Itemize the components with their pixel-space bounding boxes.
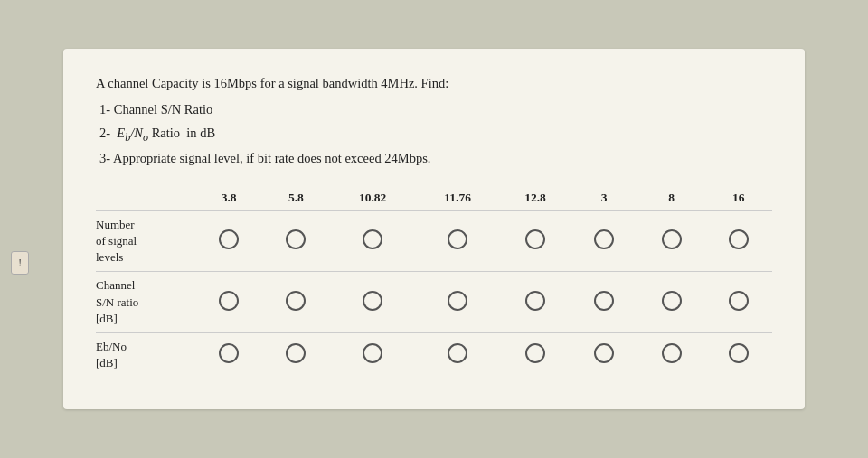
item-1: 1- Channel S/N Ratio xyxy=(96,100,772,120)
col-header-2: 10.82 xyxy=(330,185,416,211)
row-eb-no: Eb/No[dB] xyxy=(96,333,772,378)
cell-r2-c1[interactable] xyxy=(262,333,329,378)
label-header-cell xyxy=(96,185,195,211)
radio-r2-c5[interactable] xyxy=(594,343,614,363)
radio-r1-c1[interactable] xyxy=(286,291,306,311)
radio-r2-c4[interactable] xyxy=(525,343,545,363)
cell-r1-c3[interactable] xyxy=(416,272,500,333)
radio-r2-c7[interactable] xyxy=(729,343,749,363)
cell-r0-c4[interactable] xyxy=(500,210,571,272)
col-header-1: 5.8 xyxy=(262,185,329,211)
radio-r0-c3[interactable] xyxy=(448,229,467,249)
row-label-0: Numberof signallevels xyxy=(96,210,195,272)
radio-r1-c3[interactable] xyxy=(448,291,467,311)
cell-r1-c5[interactable] xyxy=(571,272,637,333)
cell-r0-c1[interactable] xyxy=(262,210,329,272)
alert-icon: ! xyxy=(11,251,29,275)
radio-r1-c5[interactable] xyxy=(594,291,614,311)
cell-r0-c3[interactable] xyxy=(416,210,500,272)
col-header-5: 3 xyxy=(571,185,637,211)
cell-r2-c3[interactable] xyxy=(416,333,500,378)
item-2: 2- Eb/No Ratio in dB xyxy=(96,124,772,145)
row-label-1: ChannelS/N ratio[dB] xyxy=(96,272,195,333)
radio-r0-c1[interactable] xyxy=(286,229,306,249)
cell-r1-c0[interactable] xyxy=(195,272,262,333)
radio-r2-c2[interactable] xyxy=(363,343,382,363)
radio-r1-c4[interactable] xyxy=(525,291,545,311)
row-label-2: Eb/No[dB] xyxy=(96,333,195,378)
radio-r0-c6[interactable] xyxy=(662,229,682,249)
col-header-4: 12.8 xyxy=(500,185,571,211)
radio-r2-c6[interactable] xyxy=(662,343,682,363)
radio-r0-c0[interactable] xyxy=(219,229,239,249)
cell-r1-c1[interactable] xyxy=(262,272,329,333)
intro-text: A channel Capacity is 16Mbps for a signa… xyxy=(96,74,772,94)
cell-r0-c6[interactable] xyxy=(637,210,704,272)
answer-table: 3.8 5.8 10.82 11.76 12.8 3 8 16 Numberof… xyxy=(96,185,772,378)
radio-r1-c2[interactable] xyxy=(363,291,382,311)
col-header-0: 3.8 xyxy=(195,185,262,211)
cell-r0-c7[interactable] xyxy=(705,210,772,272)
radio-r2-c1[interactable] xyxy=(286,343,306,363)
row-number-of-signal-levels: Numberof signallevels xyxy=(96,210,772,272)
problem-statement: A channel Capacity is 16Mbps for a signa… xyxy=(96,74,772,169)
column-header-row: 3.8 5.8 10.82 11.76 12.8 3 8 16 xyxy=(96,185,772,211)
radio-r1-c6[interactable] xyxy=(662,291,682,311)
item-3: 3- Appropriate signal level, if bit rate… xyxy=(96,149,772,169)
cell-r2-c5[interactable] xyxy=(571,333,637,378)
radio-r1-c0[interactable] xyxy=(219,291,239,311)
cell-r0-c2[interactable] xyxy=(330,210,416,272)
col-header-7: 16 xyxy=(705,185,772,211)
radio-r0-c4[interactable] xyxy=(525,229,545,249)
cell-r2-c4[interactable] xyxy=(500,333,571,378)
cell-r2-c0[interactable] xyxy=(195,333,262,378)
cell-r1-c6[interactable] xyxy=(637,272,704,333)
radio-r1-c7[interactable] xyxy=(729,291,749,311)
row-channel-sn-ratio: ChannelS/N ratio[dB] xyxy=(96,272,772,333)
col-header-6: 8 xyxy=(637,185,704,211)
cell-r2-c6[interactable] xyxy=(637,333,704,378)
cell-r1-c7[interactable] xyxy=(705,272,772,333)
main-card: A channel Capacity is 16Mbps for a signa… xyxy=(63,49,805,410)
radio-r2-c3[interactable] xyxy=(448,343,467,363)
radio-r0-c5[interactable] xyxy=(594,229,614,249)
col-header-3: 11.76 xyxy=(416,185,500,211)
radio-r2-c0[interactable] xyxy=(219,343,239,363)
cell-r2-c2[interactable] xyxy=(330,333,416,378)
radio-r0-c2[interactable] xyxy=(363,229,382,249)
cell-r1-c4[interactable] xyxy=(500,272,571,333)
cell-r1-c2[interactable] xyxy=(330,272,416,333)
radio-r0-c7[interactable] xyxy=(729,229,749,249)
cell-r0-c0[interactable] xyxy=(195,210,262,272)
cell-r0-c5[interactable] xyxy=(571,210,637,272)
cell-r2-c7[interactable] xyxy=(705,333,772,378)
